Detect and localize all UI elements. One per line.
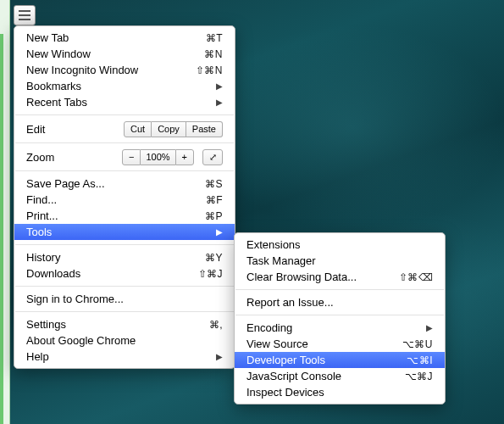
submenu-arrow-icon: ▶ <box>216 227 223 237</box>
menu-new-window[interactable]: New Window ⌘N <box>14 46 235 62</box>
menu-label: Clear Browsing Data... <box>246 271 399 283</box>
submenu-arrow-icon: ▶ <box>426 323 433 332</box>
menu-print[interactable]: Print... ⌘P <box>14 208 235 224</box>
menu-shortcut: ⌥⌘U <box>402 338 433 350</box>
menu-label: Report an Issue... <box>246 296 433 309</box>
menu-label: New Incognito Window <box>26 64 196 76</box>
menu-separator <box>15 114 234 115</box>
menu-label: Edit <box>26 123 124 136</box>
menu-separator <box>15 244 234 245</box>
menu-new-incognito[interactable]: New Incognito Window ⇧⌘N <box>14 62 235 78</box>
menu-separator <box>15 286 234 287</box>
menu-label: Save Page As... <box>26 177 205 190</box>
submenu-view-source[interactable]: View Source ⌥⌘U <box>235 336 445 352</box>
zoom-in-button[interactable]: + <box>175 149 194 165</box>
menu-separator <box>235 289 444 290</box>
paste-button[interactable]: Paste <box>186 121 223 137</box>
menu-label: Recent Tabs <box>26 96 213 109</box>
menu-shortcut: ⇧⌘N <box>196 64 223 76</box>
menu-label: Task Manager <box>246 254 433 267</box>
submenu-extensions[interactable]: Extensions <box>235 237 445 253</box>
menu-shortcut: ⌘P <box>205 210 223 222</box>
menu-label: Bookmarks <box>26 80 213 92</box>
menu-label: Extensions <box>246 238 433 251</box>
menu-separator <box>15 142 234 143</box>
menu-label: Tools <box>26 226 213 238</box>
menu-find[interactable]: Find... ⌘F <box>14 192 235 208</box>
submenu-encoding[interactable]: Encoding ▶ <box>235 320 445 336</box>
menu-downloads[interactable]: Downloads ⇧⌘J <box>14 265 235 282</box>
menu-separator <box>15 170 234 171</box>
fullscreen-button[interactable]: ⤢ <box>202 149 223 165</box>
menu-label: Settings <box>26 318 209 331</box>
menu-label: New Window <box>26 47 204 60</box>
menu-about[interactable]: About Google Chrome <box>14 332 235 349</box>
menu-label: Help <box>26 350 213 363</box>
menu-label: Encoding <box>246 321 423 334</box>
menu-label: View Source <box>246 338 402 350</box>
menu-label: JavaScript Console <box>246 370 405 382</box>
menu-label: History <box>26 251 205 264</box>
menu-help[interactable]: Help ▶ <box>14 349 235 365</box>
zoom-button-group: − 100% + <box>122 149 194 165</box>
menu-zoom-row: Zoom − 100% + ⤢ <box>14 148 235 166</box>
menu-save-page[interactable]: Save Page As... ⌘S <box>14 176 235 192</box>
menu-shortcut: ⇧⌘J <box>198 268 224 280</box>
menu-label: Zoom <box>26 151 122 164</box>
menu-label: Inspect Devices <box>246 386 433 399</box>
menu-shortcut: ⌘S <box>205 178 223 190</box>
submenu-task-manager[interactable]: Task Manager <box>235 253 445 269</box>
menu-recent-tabs[interactable]: Recent Tabs ▶ <box>14 94 235 110</box>
menu-separator <box>235 315 444 315</box>
menu-label: Downloads <box>26 267 198 280</box>
submenu-report-issue[interactable]: Report an Issue... <box>235 294 445 310</box>
submenu-inspect-devices[interactable]: Inspect Devices <box>235 384 445 400</box>
copy-button[interactable]: Copy <box>152 121 186 137</box>
menu-shortcut: ⌘F <box>206 194 223 206</box>
menu-label: Print... <box>26 209 205 222</box>
menu-label: Find... <box>26 193 206 206</box>
submenu-arrow-icon: ▶ <box>216 98 223 107</box>
menu-label: Developer Tools <box>246 354 407 366</box>
browser-edge <box>0 0 10 424</box>
tools-submenu: Extensions Task Manager Clear Browsing D… <box>234 232 446 404</box>
menu-separator <box>15 311 234 312</box>
submenu-clear-data[interactable]: Clear Browsing Data... ⇧⌘⌫ <box>235 269 445 285</box>
zoom-level: 100% <box>141 149 174 165</box>
menu-history[interactable]: History ⌘Y <box>14 249 235 265</box>
menu-shortcut: ⌥⌘I <box>407 354 433 366</box>
menu-shortcut: ⌘N <box>204 48 223 60</box>
cut-button[interactable]: Cut <box>124 121 152 137</box>
menu-shortcut: ⌘Y <box>205 252 223 264</box>
menu-label: Sign in to Chrome... <box>26 293 223 305</box>
submenu-developer-tools[interactable]: Developer Tools ⌥⌘I <box>235 352 445 368</box>
menu-label: New Tab <box>26 31 206 44</box>
menu-edit-row: Edit Cut Copy Paste <box>14 120 235 138</box>
menu-settings[interactable]: Settings ⌘, <box>14 316 235 332</box>
chrome-main-menu: New Tab ⌘T New Window ⌘N New Incognito W… <box>14 25 235 369</box>
menu-label: About Google Chrome <box>26 334 223 347</box>
menu-shortcut: ⌘, <box>209 319 223 331</box>
menu-shortcut: ⌥⌘J <box>405 371 434 382</box>
menu-new-tab[interactable]: New Tab ⌘T <box>14 30 235 46</box>
zoom-out-button[interactable]: − <box>122 149 141 165</box>
fullscreen-icon: ⤢ <box>209 152 217 163</box>
submenu-arrow-icon: ▶ <box>216 352 223 361</box>
menu-shortcut: ⇧⌘⌫ <box>399 271 434 283</box>
chrome-menu-button[interactable] <box>14 5 36 25</box>
submenu-arrow-icon: ▶ <box>216 81 223 91</box>
menu-tools[interactable]: Tools ▶ <box>14 224 235 240</box>
edit-button-group: Cut Copy Paste <box>124 121 223 137</box>
submenu-js-console[interactable]: JavaScript Console ⌥⌘J <box>235 368 445 384</box>
menu-sign-in[interactable]: Sign in to Chrome... <box>14 291 235 307</box>
menu-bookmarks[interactable]: Bookmarks ▶ <box>14 78 235 94</box>
menu-shortcut: ⌘T <box>206 32 223 44</box>
